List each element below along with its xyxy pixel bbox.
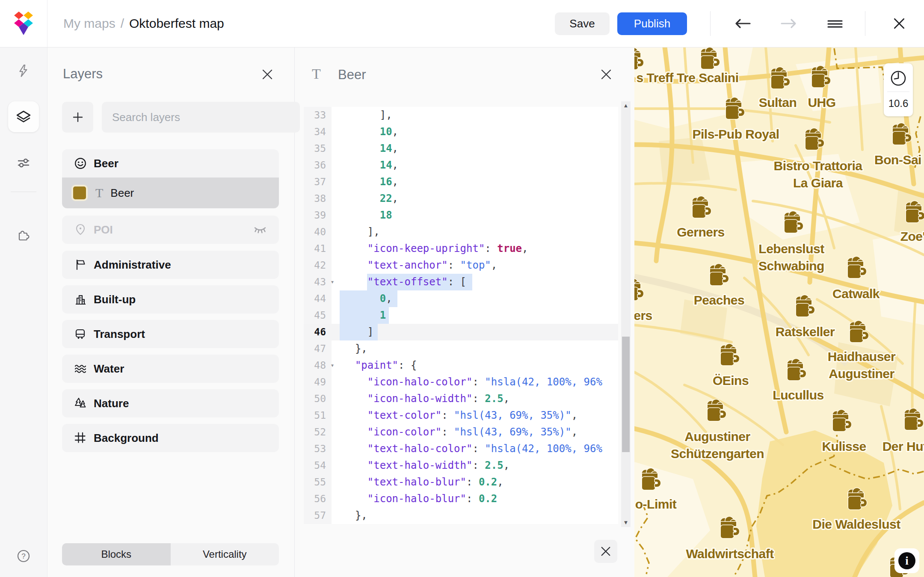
code-line-43[interactable]: 43▾ "text-offset": [ [304,274,618,290]
sliders-icon [17,157,30,169]
close-icon [893,17,906,30]
code-line-45[interactable]: 45 1 [304,307,618,324]
code-line-56[interactable]: 56 "icon-halo-blur": 0.2 [304,491,618,507]
layer-group-water[interactable]: Water [62,355,279,383]
arrow-right-icon [780,18,798,29]
toolbar-quick-actions[interactable] [8,56,39,86]
visibility-off-icon[interactable] [252,224,269,236]
app-logo[interactable] [0,0,47,47]
code-editor[interactable]: 33 ],34 10,35 14,36 14,37 16,38 22,39 18… [304,107,618,524]
code-line-38[interactable]: 38 22, [304,190,618,207]
header-divider [710,11,711,36]
search-layers-input[interactable] [102,102,300,133]
code-line-50[interactable]: 50 "icon-halo-width": 2.5, [304,391,618,407]
code-line-36[interactable]: 36 14, [304,157,618,174]
code-line-41[interactable]: 41 "icon-keep-upright": true, [304,240,618,257]
text-layer-icon: T [95,186,103,199]
layers-panel-close-button[interactable] [258,65,277,84]
poi-label: Gerners [677,225,725,239]
layer-group-background[interactable]: Background [62,424,279,452]
close-icon [601,546,611,556]
code-line-46[interactable]: 46 ] [304,324,618,340]
undo-back-button[interactable] [732,13,753,34]
add-layer-button[interactable] [62,102,93,133]
lightning-icon [17,64,30,78]
code-line-35[interactable]: 35 14, [304,140,618,157]
scroll-up-icon[interactable]: ▲ [621,101,631,110]
poi-label: Der Hufn [883,439,924,453]
publish-button[interactable]: Publish [617,12,687,35]
arrow-left-icon [734,18,752,29]
scroll-down-icon[interactable]: ▼ [621,518,631,527]
layer-group-beer[interactable]: Beer [62,149,279,178]
close-app-button[interactable] [889,13,909,34]
layer-group-transport[interactable]: Transport [62,320,279,348]
line-number: 43 [304,274,326,290]
breadcrumb-my-maps[interactable]: My maps [63,16,116,31]
line-number: 39 [304,207,326,224]
layer-group-label: Administrative [94,258,171,272]
page-title: Oktoberfest map [129,16,224,31]
save-button[interactable]: Save [555,12,610,35]
poi-label: Ratskeller [776,325,835,339]
blocks-tab[interactable]: Blocks [62,543,171,565]
view-mode-toggle: Blocks Verticality [62,543,279,565]
layer-group-nature[interactable]: Nature [62,389,279,417]
poi-label: Sultan [759,95,797,109]
verticality-tab[interactable]: Verticality [171,543,279,565]
code-line-48[interactable]: 48▾ "paint": { [304,357,618,374]
code-line-37[interactable]: 37 16, [304,174,618,190]
code-line-47[interactable]: 47 }, [304,340,618,357]
menu-button[interactable] [825,13,845,34]
line-number: 56 [304,491,326,507]
editor-scrollbar[interactable]: ▲ ▼ [621,101,631,527]
code-text: "icon-halo-width": 2.5, [332,391,509,407]
code-line-34[interactable]: 34 10, [304,124,618,140]
code-line-42[interactable]: 42 "text-anchor": "top", [304,257,618,274]
layer-group-administrative[interactable]: Administrative [62,251,279,279]
line-number: 49 [304,374,326,391]
info-icon: i [898,552,915,569]
map-info-button[interactable]: i [894,548,919,573]
toolbar-layers[interactable] [8,101,39,132]
code-line-40[interactable]: 40 ], [304,224,618,240]
layer-item-beer-text[interactable]: T Beer [62,178,279,208]
smiley-icon [74,157,87,170]
editor-bottom-close-button[interactable] [594,540,617,563]
editor-close-button[interactable] [597,65,616,84]
code-line-49[interactable]: 49 "icon-halo-color": "hsla(42, 100%, 96… [304,374,618,391]
layer-group-label: Nature [94,397,129,410]
code-text: }, [332,340,367,357]
help-button[interactable]: ? [8,541,39,571]
time-of-day-widget[interactable]: 10.6 [884,63,913,116]
code-text: "text-offset": [ [332,274,466,290]
toolbar-settings[interactable] [8,148,39,178]
layer-group-label: POI [94,223,113,237]
layer-color-swatch[interactable] [71,185,88,201]
poi-label: UHG [808,95,835,109]
code-line-53[interactable]: 53 "text-halo-color": "hsla(42, 100%, 96… [304,441,618,457]
line-number: 52 [304,424,326,441]
line-number: 42 [304,257,326,274]
code-line-44[interactable]: 44 0, [304,290,618,307]
map-canvas[interactable]: s Treff Tre ScaliniSultanUHGPils-Pub Roy… [634,47,924,577]
widget-divider [887,92,909,92]
code-line-57[interactable]: 57 }, [304,507,618,524]
code-line-33[interactable]: 33 ], [304,107,618,124]
line-number: 33 [304,107,326,124]
layer-group-poi[interactable]: POI [62,216,279,244]
code-line-51[interactable]: 51 "text-color": "hsl(43, 69%, 35%)", [304,407,618,424]
toolbar-plugins[interactable] [8,219,39,249]
code-line-55[interactable]: 55 "text-halo-blur": 0.2, [304,474,618,491]
layer-group-built-up[interactable]: Built-up [62,285,279,314]
code-text: "text-halo-width": 2.5, [332,457,509,474]
close-icon [262,69,273,80]
code-line-39[interactable]: 39 18 [304,207,618,224]
code-line-52[interactable]: 52 "icon-color": "hsl(43, 69%, 35%)", [304,424,618,441]
line-number: 46 [304,324,326,340]
code-line-54[interactable]: 54 "text-halo-width": 2.5, [304,457,618,474]
redo-forward-button[interactable] [779,13,799,34]
trees-icon [74,397,87,410]
scrollbar-thumb[interactable] [622,337,630,452]
poi-label: o-Limit [635,497,677,511]
